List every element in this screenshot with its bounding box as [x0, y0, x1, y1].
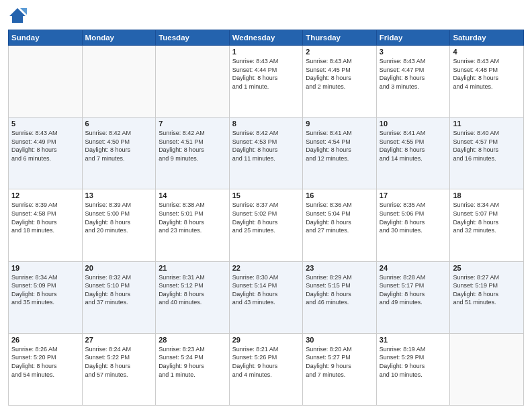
day-cell: 17Sunrise: 8:35 AM Sunset: 5:06 PM Dayli…	[376, 189, 450, 261]
weekday-header-thursday: Thursday	[303, 30, 377, 46]
day-info: Sunrise: 8:43 AM Sunset: 4:47 PM Dayligh…	[380, 57, 447, 91]
day-number: 7	[159, 120, 226, 128]
day-number: 23	[306, 264, 373, 272]
day-number: 31	[380, 336, 447, 344]
week-row-4: 19Sunrise: 8:34 AM Sunset: 5:09 PM Dayli…	[9, 261, 524, 333]
day-number: 13	[85, 191, 153, 199]
day-info: Sunrise: 8:39 AM Sunset: 4:58 PM Dayligh…	[11, 201, 79, 234]
day-cell: 5Sunrise: 8:43 AM Sunset: 4:49 PM Daylig…	[9, 118, 83, 189]
day-cell: 11Sunrise: 8:40 AM Sunset: 4:57 PM Dayli…	[450, 118, 524, 189]
day-number: 4	[453, 48, 521, 56]
day-cell: 4Sunrise: 8:43 AM Sunset: 4:48 PM Daylig…	[450, 46, 524, 118]
day-cell	[450, 333, 524, 405]
day-number: 14	[159, 191, 226, 199]
day-number: 1	[232, 48, 300, 56]
day-info: Sunrise: 8:42 AM Sunset: 4:51 PM Dayligh…	[159, 129, 226, 163]
day-info: Sunrise: 8:43 AM Sunset: 4:48 PM Dayligh…	[453, 57, 521, 91]
day-cell: 18Sunrise: 8:34 AM Sunset: 5:07 PM Dayli…	[450, 189, 524, 261]
day-cell: 12Sunrise: 8:39 AM Sunset: 4:58 PM Dayli…	[9, 189, 83, 261]
day-cell	[82, 46, 156, 118]
weekday-header-saturday: Saturday	[450, 30, 524, 46]
day-cell: 6Sunrise: 8:42 AM Sunset: 4:50 PM Daylig…	[82, 118, 156, 189]
day-number: 28	[159, 336, 226, 344]
day-number: 25	[453, 264, 521, 272]
day-number: 11	[453, 120, 521, 128]
day-number: 5	[11, 120, 79, 128]
day-info: Sunrise: 8:19 AM Sunset: 5:29 PM Dayligh…	[380, 345, 447, 379]
day-info: Sunrise: 8:43 AM Sunset: 4:45 PM Dayligh…	[306, 57, 373, 91]
day-number: 24	[380, 264, 447, 272]
day-cell	[9, 46, 83, 118]
day-info: Sunrise: 8:20 AM Sunset: 5:27 PM Dayligh…	[306, 345, 373, 379]
day-info: Sunrise: 8:30 AM Sunset: 5:14 PM Dayligh…	[232, 273, 300, 307]
day-cell: 22Sunrise: 8:30 AM Sunset: 5:14 PM Dayli…	[229, 261, 303, 333]
logo	[8, 7, 30, 26]
day-info: Sunrise: 8:23 AM Sunset: 5:24 PM Dayligh…	[159, 345, 226, 379]
day-cell: 20Sunrise: 8:32 AM Sunset: 5:10 PM Dayli…	[82, 261, 156, 333]
day-number: 18	[453, 191, 521, 199]
day-number: 2	[306, 48, 373, 56]
day-info: Sunrise: 8:29 AM Sunset: 5:15 PM Dayligh…	[306, 273, 373, 307]
day-info: Sunrise: 8:42 AM Sunset: 4:53 PM Dayligh…	[232, 129, 300, 163]
day-cell: 28Sunrise: 8:23 AM Sunset: 5:24 PM Dayli…	[156, 333, 230, 405]
day-cell: 3Sunrise: 8:43 AM Sunset: 4:47 PM Daylig…	[376, 46, 450, 118]
day-number: 27	[85, 336, 153, 344]
day-cell: 29Sunrise: 8:21 AM Sunset: 5:26 PM Dayli…	[229, 333, 303, 405]
day-cell: 16Sunrise: 8:36 AM Sunset: 5:04 PM Dayli…	[303, 189, 377, 261]
day-number: 3	[380, 48, 447, 56]
day-info: Sunrise: 8:41 AM Sunset: 4:55 PM Dayligh…	[380, 129, 447, 163]
week-row-3: 12Sunrise: 8:39 AM Sunset: 4:58 PM Dayli…	[9, 189, 524, 261]
day-info: Sunrise: 8:34 AM Sunset: 5:07 PM Dayligh…	[453, 201, 521, 234]
day-info: Sunrise: 8:26 AM Sunset: 5:20 PM Dayligh…	[11, 345, 79, 379]
day-info: Sunrise: 8:24 AM Sunset: 5:22 PM Dayligh…	[85, 345, 153, 379]
day-info: Sunrise: 8:43 AM Sunset: 4:49 PM Dayligh…	[11, 129, 79, 163]
day-info: Sunrise: 8:32 AM Sunset: 5:10 PM Dayligh…	[85, 273, 153, 307]
day-cell: 24Sunrise: 8:28 AM Sunset: 5:17 PM Dayli…	[376, 261, 450, 333]
day-number: 19	[11, 264, 79, 272]
day-number: 15	[232, 191, 300, 199]
day-info: Sunrise: 8:28 AM Sunset: 5:17 PM Dayligh…	[380, 273, 447, 307]
day-cell: 27Sunrise: 8:24 AM Sunset: 5:22 PM Dayli…	[82, 333, 156, 405]
day-info: Sunrise: 8:43 AM Sunset: 4:44 PM Dayligh…	[232, 57, 300, 91]
day-info: Sunrise: 8:42 AM Sunset: 4:50 PM Dayligh…	[85, 129, 153, 163]
weekday-header-monday: Monday	[82, 30, 156, 46]
week-row-5: 26Sunrise: 8:26 AM Sunset: 5:20 PM Dayli…	[9, 333, 524, 405]
day-info: Sunrise: 8:27 AM Sunset: 5:19 PM Dayligh…	[453, 273, 521, 307]
day-cell: 13Sunrise: 8:39 AM Sunset: 5:00 PM Dayli…	[82, 189, 156, 261]
day-info: Sunrise: 8:40 AM Sunset: 4:57 PM Dayligh…	[453, 129, 521, 163]
day-cell	[156, 46, 230, 118]
day-number: 29	[232, 336, 300, 344]
day-info: Sunrise: 8:39 AM Sunset: 5:00 PM Dayligh…	[85, 201, 153, 234]
day-cell: 30Sunrise: 8:20 AM Sunset: 5:27 PM Dayli…	[303, 333, 377, 405]
day-cell: 8Sunrise: 8:42 AM Sunset: 4:53 PM Daylig…	[229, 118, 303, 189]
header	[8, 7, 524, 26]
day-info: Sunrise: 8:38 AM Sunset: 5:01 PM Dayligh…	[159, 201, 226, 234]
day-number: 9	[306, 120, 373, 128]
day-number: 30	[306, 336, 373, 344]
day-cell: 25Sunrise: 8:27 AM Sunset: 5:19 PM Dayli…	[450, 261, 524, 333]
day-cell: 15Sunrise: 8:37 AM Sunset: 5:02 PM Dayli…	[229, 189, 303, 261]
day-cell: 23Sunrise: 8:29 AM Sunset: 5:15 PM Dayli…	[303, 261, 377, 333]
day-number: 6	[85, 120, 153, 128]
weekday-header-friday: Friday	[376, 30, 450, 46]
day-cell: 2Sunrise: 8:43 AM Sunset: 4:45 PM Daylig…	[303, 46, 377, 118]
day-number: 21	[159, 264, 226, 272]
day-cell: 10Sunrise: 8:41 AM Sunset: 4:55 PM Dayli…	[376, 118, 450, 189]
week-row-1: 1Sunrise: 8:43 AM Sunset: 4:44 PM Daylig…	[9, 46, 524, 118]
day-info: Sunrise: 8:36 AM Sunset: 5:04 PM Dayligh…	[306, 201, 373, 234]
day-cell: 9Sunrise: 8:41 AM Sunset: 4:54 PM Daylig…	[303, 118, 377, 189]
week-row-2: 5Sunrise: 8:43 AM Sunset: 4:49 PM Daylig…	[9, 118, 524, 189]
day-number: 12	[11, 191, 79, 199]
calendar-table: SundayMondayTuesdayWednesdayThursdayFrid…	[8, 30, 524, 406]
day-number: 17	[380, 191, 447, 199]
day-cell: 7Sunrise: 8:42 AM Sunset: 4:51 PM Daylig…	[156, 118, 230, 189]
day-info: Sunrise: 8:31 AM Sunset: 5:12 PM Dayligh…	[159, 273, 226, 307]
day-info: Sunrise: 8:21 AM Sunset: 5:26 PM Dayligh…	[232, 345, 300, 379]
day-info: Sunrise: 8:41 AM Sunset: 4:54 PM Dayligh…	[306, 129, 373, 163]
day-info: Sunrise: 8:35 AM Sunset: 5:06 PM Dayligh…	[380, 201, 447, 234]
logo-icon	[8, 7, 27, 26]
day-number: 8	[232, 120, 300, 128]
weekday-header-sunday: Sunday	[9, 30, 83, 46]
day-cell: 1Sunrise: 8:43 AM Sunset: 4:44 PM Daylig…	[229, 46, 303, 118]
day-number: 16	[306, 191, 373, 199]
